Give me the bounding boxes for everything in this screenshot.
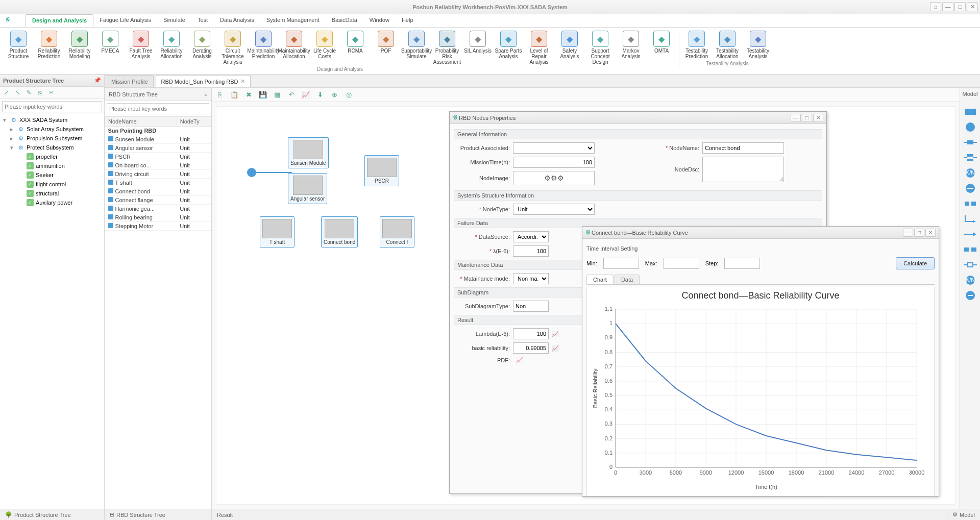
table-row[interactable]: Rolling bearingUnit bbox=[105, 213, 211, 222]
lambda-input[interactable] bbox=[513, 245, 549, 257]
tool-undo-icon[interactable]: ↶ bbox=[286, 90, 297, 100]
ribbon-reliability-modeling[interactable]: ◆Reliability Modeling bbox=[64, 30, 95, 66]
tool-grid-icon[interactable]: ▦ bbox=[272, 90, 282, 100]
ribbon-level-of-repair-analysis[interactable]: ◆Level of Repair Analysis bbox=[524, 30, 554, 66]
table-row[interactable]: Driving circuitUnit bbox=[105, 170, 211, 179]
tab-close-icon[interactable]: ✕ bbox=[240, 78, 245, 85]
col-nodename[interactable]: NodeName bbox=[105, 117, 177, 127]
shape-link-icon[interactable] bbox=[964, 260, 977, 269]
tool-paste-icon[interactable]: 📋 bbox=[229, 90, 239, 100]
pdf-chart-icon[interactable]: 📈 bbox=[516, 357, 523, 363]
tree-node[interactable]: ✓Auxilary power bbox=[1, 198, 103, 207]
shape-rect-icon[interactable] bbox=[964, 107, 977, 116]
table-row[interactable]: Connect flangeUnit bbox=[105, 196, 211, 205]
nodetype-select[interactable]: Unit bbox=[513, 204, 595, 215]
shape-series-icon[interactable] bbox=[964, 138, 977, 147]
curve-min-icon[interactable]: — bbox=[903, 229, 913, 237]
shape-kn2-icon[interactable]: K/N bbox=[964, 276, 977, 285]
dialog-max-icon[interactable]: □ bbox=[802, 114, 812, 122]
table-row[interactable]: Angular sensorUnit bbox=[105, 144, 211, 153]
max-input[interactable] bbox=[664, 258, 699, 269]
rbd-node[interactable]: Sunsen Module bbox=[288, 137, 329, 168]
table-row[interactable]: On-board co...Unit bbox=[105, 161, 211, 170]
ribbon-safety-analysis[interactable]: ◆Safety Analysis bbox=[554, 30, 585, 66]
collapse-icon[interactable]: ⤡ bbox=[13, 89, 21, 97]
status-product-tree[interactable]: 🌳Product Structure Tree bbox=[0, 509, 105, 520]
ribbon-support-concept-design[interactable]: ◆Support Concept Design bbox=[585, 30, 616, 66]
table-row[interactable]: Sunsen ModuleUnit bbox=[105, 135, 211, 144]
shape-kn-icon[interactable]: K/N bbox=[964, 168, 977, 178]
doc-tab[interactable]: Mission Profile bbox=[106, 75, 154, 87]
doc-tab[interactable]: RBD Model_Sun Pointing RBD✕ bbox=[156, 75, 251, 87]
rbd-search-input[interactable] bbox=[107, 103, 209, 114]
table-row[interactable]: Connect bondUnit bbox=[105, 187, 211, 196]
ribbon-derating-analysis[interactable]: ◆Derating Analysis bbox=[187, 30, 217, 66]
table-row[interactable]: Harmonic gea...Unit bbox=[105, 205, 211, 213]
lambda-chart-icon[interactable]: 📈 bbox=[552, 331, 559, 337]
ribbon-supportability-simulate[interactable]: ◆Supportability Simulate bbox=[401, 30, 432, 66]
status-rbd-tree[interactable]: ⊞RBD Structure Tree bbox=[105, 509, 212, 520]
tree-node[interactable]: ▾⚙Protect Subsystem bbox=[1, 143, 103, 152]
dialog-close-icon[interactable]: ✕ bbox=[813, 114, 823, 122]
rbd-node[interactable]: Connect f bbox=[380, 216, 414, 247]
tool-fit-icon[interactable]: ⊕ bbox=[329, 90, 339, 100]
datasource-select[interactable]: Accordi... bbox=[513, 231, 549, 242]
rbd-start-node[interactable] bbox=[247, 168, 256, 177]
curve-close-icon[interactable]: ✕ bbox=[925, 229, 936, 237]
maintmode-select[interactable]: Non ma... bbox=[513, 273, 549, 284]
shape-parallel-icon[interactable] bbox=[964, 153, 977, 162]
ribbon-omta[interactable]: ◆OMTA bbox=[646, 30, 677, 66]
rel-chart-icon[interactable]: 📈 bbox=[552, 345, 559, 352]
copy-icon[interactable]: ⎘ bbox=[36, 89, 44, 97]
minimize-icon[interactable]: — bbox=[942, 2, 953, 11]
ribbon-testability-allocation[interactable]: ◆Testability Allocation bbox=[712, 30, 743, 60]
rbd-node[interactable]: PSCR bbox=[364, 155, 399, 186]
tool-copy-icon[interactable]: ⎘ bbox=[215, 90, 225, 100]
tree-node[interactable]: ▸⚙Solar Array Subsystem bbox=[1, 125, 103, 134]
tree-node[interactable]: ✓ammunition bbox=[1, 161, 103, 170]
close-icon[interactable]: ✕ bbox=[967, 2, 978, 11]
menu-system-management[interactable]: System Management bbox=[260, 14, 326, 27]
maximize-icon[interactable]: □ bbox=[954, 2, 966, 11]
dialog-title[interactable]: 𝒢 RBD Nodes Properties — □ ✕ bbox=[450, 112, 826, 124]
ribbon-reliability-prediction[interactable]: ◆Reliability Prediction bbox=[34, 30, 64, 66]
ribbon-testability-prediction[interactable]: ◆Testability Prediction bbox=[681, 30, 712, 60]
tree-node[interactable]: ✓structural bbox=[1, 189, 103, 198]
tree-node[interactable]: ✓flight control bbox=[1, 180, 103, 189]
ribbon-rcma[interactable]: ◆RCMA bbox=[340, 30, 371, 66]
ribbon-life-cycle-costs[interactable]: ◆Life Cycle Costs bbox=[309, 30, 340, 66]
menu-design-and-analysis[interactable]: Design and Analysis bbox=[26, 14, 93, 27]
table-row[interactable]: Stepping MotorUnit bbox=[105, 222, 211, 231]
nodedsc-input[interactable] bbox=[702, 157, 784, 182]
cut-icon[interactable]: ✂ bbox=[47, 89, 55, 97]
nodename-input[interactable] bbox=[702, 142, 784, 154]
ribbon-sil-analysis[interactable]: ◆SIL Analysis bbox=[462, 30, 493, 66]
menu-data-analysis[interactable]: Data Analysis bbox=[214, 14, 260, 27]
status-model[interactable]: ⚙Model bbox=[947, 509, 980, 520]
missiontime-input[interactable] bbox=[513, 157, 595, 168]
shape-bridge-icon[interactable] bbox=[964, 184, 977, 193]
tab-data[interactable]: Data bbox=[615, 275, 640, 284]
status-result[interactable]: Result bbox=[212, 509, 238, 520]
ribbon-markov-analysis[interactable]: ◆Markov Analysis bbox=[616, 30, 646, 66]
nodeimage-preview[interactable]: ⚙⚙⚙ bbox=[513, 171, 595, 185]
curve-dialog-title[interactable]: 𝒢 Connect bond—Basic Reliability Curve —… bbox=[582, 227, 939, 239]
min-input[interactable] bbox=[603, 258, 639, 269]
subdiagtype-input[interactable] bbox=[513, 301, 549, 312]
ribbon-reliability-allocation[interactable]: ◆Reliability Allocation bbox=[156, 30, 187, 66]
menu-simulate[interactable]: Simulate bbox=[157, 14, 191, 27]
table-row[interactable]: Sun Pointing RBD bbox=[105, 127, 211, 135]
menu-basicdata[interactable]: BasicData bbox=[326, 14, 363, 27]
ribbon-circuit-tolerance-analysis[interactable]: ◆Circuit Tolerance Analysis bbox=[217, 30, 248, 66]
ribbon-pof[interactable]: ◆POF bbox=[371, 30, 401, 66]
ribbon-spare-parts-analysis[interactable]: ◆Spare Parts Analysis bbox=[493, 30, 524, 66]
tree-node[interactable]: ✓propeller bbox=[1, 152, 103, 161]
dialog-min-icon[interactable]: — bbox=[791, 114, 801, 122]
ribbon-probability-risk-assessment[interactable]: ◆Probability Risk Assessment bbox=[432, 30, 462, 66]
window-help-icon[interactable]: ⌂ bbox=[930, 2, 941, 11]
menu-fatigue-life-analysis[interactable]: Fatigue Life Analysis bbox=[93, 14, 157, 27]
step-input[interactable] bbox=[724, 258, 760, 269]
tree-node[interactable]: ✓Seeker bbox=[1, 170, 103, 180]
tab-chart[interactable]: Chart bbox=[586, 275, 614, 284]
table-row[interactable]: T shaftUnit bbox=[105, 179, 211, 187]
